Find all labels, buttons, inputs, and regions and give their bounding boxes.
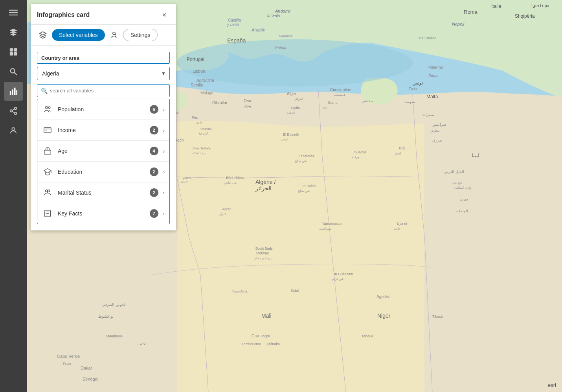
select-variables-button[interactable]: Select variables — [52, 29, 105, 41]
svg-text:Aragón: Aragón — [251, 28, 265, 32]
svg-text:مرزق: مرزق — [432, 138, 442, 143]
person-icon — [110, 31, 118, 39]
variable-item-age[interactable]: Age 4 › — [37, 141, 169, 162]
svg-text:In Guézzam: In Guézzam — [334, 272, 353, 276]
population-label: Population — [58, 106, 145, 112]
panel-title: Infographics card — [37, 11, 90, 18]
sidebar-item-basemap[interactable] — [4, 42, 23, 61]
svg-text:نواكشوط: نواكشوط — [98, 314, 114, 319]
svg-text:Dakar: Dakar — [81, 366, 92, 370]
svg-text:kia El...: kia El... — [181, 180, 191, 184]
svg-text:الواحات: الواحات — [452, 181, 462, 185]
svg-text:Fès: Fès — [192, 116, 198, 120]
svg-text:Oran: Oran — [244, 99, 252, 103]
svg-text:España: España — [227, 37, 246, 44]
layers-small-icon — [39, 31, 47, 39]
variable-item-income[interactable]: Income 2 › — [37, 120, 169, 141]
svg-text:عين قزام: عين قزام — [332, 277, 344, 281]
svg-text:باتنة: باتنة — [322, 106, 327, 109]
svg-text:Tamanrasset: Tamanrasset — [322, 222, 343, 226]
svg-text:Taoudénit: Taoudénit — [232, 290, 248, 294]
variables-list: Population 6 › Income 2 › — [37, 99, 170, 224]
income-count: 2 — [150, 126, 158, 134]
education-icon — [42, 166, 53, 177]
svg-text:Tahoua: Tahoua — [362, 334, 373, 338]
svg-text:طرابلس: طرابلس — [432, 122, 446, 127]
svg-line-125 — [12, 111, 15, 113]
svg-text:Цр̈а Гора: Цр̈а Гора — [531, 3, 550, 8]
marital-status-label: Marital Status — [58, 190, 145, 196]
svg-line-126 — [12, 109, 15, 110]
svg-text:y León: y León — [227, 22, 239, 27]
sidebar-item-charts[interactable] — [4, 82, 23, 101]
svg-text:مصراتة: مصراتة — [422, 113, 434, 117]
svg-text:قسنطينة: قسنطينة — [334, 93, 345, 97]
variable-item-key-facts[interactable]: Key Facts 7 › — [37, 203, 169, 224]
sidebar-item-share[interactable] — [4, 101, 23, 120]
layers-toolbar-icon[interactable] — [37, 29, 49, 41]
population-icon — [42, 104, 53, 115]
svg-text:Tibesti: Tibesti — [432, 315, 443, 318]
country-select[interactable]: Algeria — [37, 67, 170, 80]
marital-status-count: 2 — [150, 188, 158, 197]
svg-text:Agadez: Agadez — [377, 294, 390, 299]
svg-text:أدرار: أدرار — [219, 212, 226, 216]
svg-text:Italia: Italia — [491, 4, 501, 9]
sidebar-item-search[interactable] — [4, 62, 23, 81]
svg-text:Niger: Niger — [377, 313, 391, 319]
age-count: 4 — [150, 147, 158, 155]
variable-item-marital-status[interactable]: Marital Status 2 › — [37, 182, 169, 203]
svg-text:Mar Balear: Mar Balear — [419, 36, 436, 40]
svg-text:Bordj Badji: Bordj Badji — [255, 247, 273, 250]
svg-text:Ménaka: Ménaka — [267, 342, 280, 346]
svg-text:الحوض الشرقي: الحوض الشرقي — [102, 303, 127, 307]
svg-text:Palma: Palma — [275, 46, 287, 50]
svg-text:عين صالح: عين صالح — [298, 189, 310, 193]
svg-point-124 — [15, 112, 17, 115]
svg-text:Djelfa: Djelfa — [291, 106, 300, 110]
svg-text:إليزي: إليزي — [395, 151, 401, 155]
svg-text:الجزائر: الجزائر — [255, 185, 272, 192]
person-toolbar-icon[interactable] — [108, 29, 120, 41]
svg-rect-119 — [12, 89, 13, 95]
svg-text:الواحات: الواحات — [456, 209, 468, 213]
svg-text:فاس: فاس — [196, 121, 202, 124]
education-label: Education — [58, 169, 145, 175]
svg-text:Algérie /: Algérie / — [255, 179, 275, 185]
search-variables-input[interactable] — [37, 84, 170, 97]
svg-text:برج باجي مختار: برج باجي مختار — [254, 257, 272, 260]
age-label: Age — [58, 148, 145, 154]
search-box-wrapper: 🔍 — [37, 84, 170, 97]
svg-text:València: València — [279, 34, 292, 38]
svg-rect-120 — [14, 88, 16, 95]
age-chevron-icon: › — [163, 148, 165, 154]
svg-rect-113 — [14, 48, 17, 52]
svg-text:الجبل الغربي: الجبل الغربي — [444, 170, 464, 174]
sidebar-item-layers[interactable] — [4, 23, 23, 42]
variable-item-population[interactable]: Population 6 › — [37, 99, 169, 120]
settings-button[interactable]: Settings — [123, 29, 158, 41]
svg-text:Napoli: Napoli — [452, 22, 465, 26]
svg-point-123 — [10, 110, 13, 112]
svg-point-129 — [46, 107, 48, 109]
panel-close-button[interactable]: × — [159, 9, 170, 20]
share-icon — [9, 107, 18, 115]
svg-text:البيض: البيض — [281, 138, 288, 141]
svg-text:بنغازي: بنغازي — [430, 129, 440, 133]
svg-rect-114 — [10, 52, 13, 55]
marital-status-icon — [42, 187, 53, 198]
svg-point-140 — [48, 190, 50, 192]
sidebar-item-menu[interactable] — [4, 3, 23, 22]
country-field-label-container: Country or area — [37, 52, 170, 64]
svg-text:Castilla: Castilla — [228, 18, 241, 22]
panel-header: Infographics card × — [31, 4, 176, 25]
svg-text:Πάτρα: Πάτρα — [428, 74, 439, 77]
svg-text:ليبيا: ليبيا — [472, 153, 479, 158]
layers-icon — [9, 28, 18, 37]
sidebar-item-user[interactable] — [4, 121, 23, 140]
svg-text:سوسة: سوسة — [405, 100, 415, 104]
education-chevron-icon: › — [163, 169, 165, 175]
variable-item-education[interactable]: Education 2 › — [37, 162, 169, 182]
svg-text:الجلفة: الجلفة — [287, 111, 295, 115]
svg-rect-131 — [44, 128, 51, 133]
